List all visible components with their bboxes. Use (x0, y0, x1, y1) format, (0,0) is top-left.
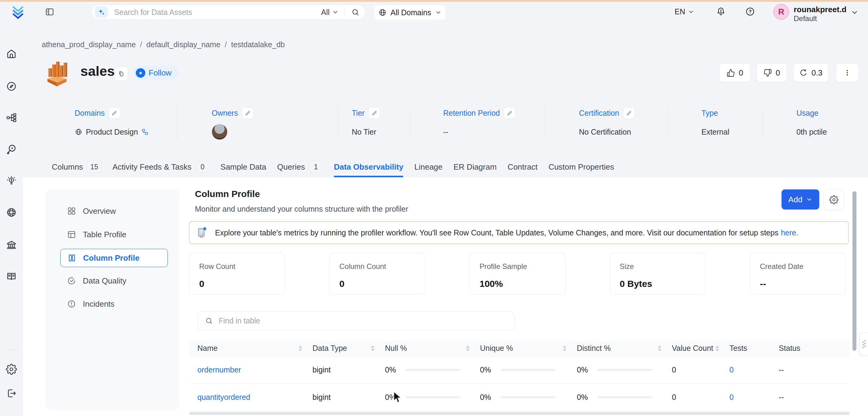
side-panel-toggle-button[interactable] (860, 332, 868, 356)
notifications-bell-icon[interactable] (716, 6, 726, 17)
help-icon[interactable]: ? (745, 6, 755, 17)
nav-platform-icon[interactable] (6, 112, 17, 123)
progress-track (597, 396, 652, 398)
version-button[interactable]: 0.3 (794, 63, 828, 82)
edit-retention-button[interactable] (504, 107, 515, 119)
logout-icon[interactable] (6, 388, 17, 399)
owner-avatar[interactable] (212, 124, 227, 140)
col-header-value-count: Value Count (672, 341, 730, 356)
breadcrumb-database[interactable]: testdatalake_db (231, 40, 285, 49)
nav-knowledge-icon[interactable] (6, 271, 17, 282)
user-team: Default (794, 14, 817, 23)
sort-toggle-icon[interactable] (466, 346, 470, 351)
breadcrumb-database-service[interactable]: default_display_name (147, 40, 220, 49)
column-name-link[interactable]: ordernumber (197, 365, 241, 374)
downvote-button[interactable]: 0 (756, 63, 787, 82)
progress-track (501, 396, 556, 398)
sort-toggle-icon[interactable] (299, 346, 302, 351)
data-quality-icon (67, 276, 76, 285)
athena-service-icon (42, 58, 72, 88)
app-logo[interactable] (11, 5, 25, 20)
search-scope-dropdown[interactable]: All (321, 8, 339, 17)
copy-name-button[interactable] (115, 67, 128, 81)
search-scope-label: All (321, 8, 330, 17)
nav-settings-icon[interactable] (6, 363, 17, 375)
language-dropdown[interactable]: EN (675, 7, 694, 16)
downvote-count: 0 (776, 68, 780, 78)
user-menu-chevron-icon[interactable] (850, 8, 859, 17)
nav-insights-icon[interactable] (6, 175, 17, 186)
nav-label: Column Profile (83, 253, 140, 263)
sort-toggle-icon[interactable] (658, 346, 661, 351)
edit-tier-button[interactable] (369, 107, 380, 119)
kebab-menu-icon (843, 69, 851, 77)
thumbs-up-icon (727, 69, 735, 77)
upvote-button[interactable]: 0 (719, 63, 750, 82)
progress-track (406, 396, 461, 398)
thumbs-down-icon (764, 69, 772, 77)
sort-toggle-icon[interactable] (563, 346, 566, 351)
vertical-scrollbar-thumb[interactable] (852, 191, 857, 351)
search-icon[interactable] (351, 8, 360, 17)
domains-filter-dropdown[interactable]: All Domains (374, 5, 446, 20)
domains-label: Domains (74, 109, 105, 118)
copy-icon (118, 70, 125, 77)
search-input[interactable] (114, 8, 321, 17)
tab-queries[interactable]: Queries1 (277, 157, 323, 177)
avatar-initial: R (778, 7, 784, 17)
nav-govern-icon[interactable] (6, 239, 17, 251)
edit-owners-button[interactable] (242, 107, 253, 119)
nav-observability-icon[interactable] (6, 144, 17, 155)
profiler-nav-overview[interactable]: Overview (60, 202, 168, 220)
tab-lineage[interactable]: Lineage (414, 157, 442, 177)
avatar[interactable]: R (773, 4, 789, 20)
nav-home-icon[interactable] (6, 48, 17, 59)
stat-label: Row Count (199, 262, 275, 271)
progress-track (501, 369, 556, 371)
profiler-info-banner: Explore your table's metrics by running … (189, 221, 848, 244)
tests-count-link[interactable]: 0 (730, 365, 734, 374)
meta-domains: Domains Product Design (74, 106, 149, 139)
sort-toggle-icon[interactable] (371, 346, 375, 351)
cell-data-type: bigint (312, 384, 385, 411)
add-button[interactable]: Add (781, 189, 819, 210)
find-in-table-input[interactable] (218, 316, 507, 325)
column-name-link[interactable]: quantityordered (197, 393, 250, 402)
profiler-nav-table-profile[interactable]: Table Profile (60, 225, 168, 244)
col-header-null-pct: Null % (385, 341, 480, 356)
edit-certification-button[interactable] (623, 107, 635, 119)
tests-count-link[interactable]: 0 (730, 393, 734, 402)
tier-value: No Tier (352, 128, 376, 136)
cell-null-pct: 0% (385, 356, 480, 384)
usage-value: 0th pctile (797, 128, 827, 136)
certification-label: Certification (579, 109, 619, 118)
tab-data-observability[interactable]: Data Observability (334, 157, 403, 177)
tab-activity-feeds[interactable]: Activity Feeds & Tasks0 (113, 157, 210, 177)
owners-label: Owners (212, 109, 238, 118)
profiler-nav-data-quality[interactable]: Data Quality (60, 271, 168, 290)
sidebar-toggle-icon[interactable] (45, 7, 54, 17)
sort-toggle-icon[interactable] (715, 346, 719, 351)
tab-er-diagram[interactable]: ER Diagram (454, 157, 497, 177)
col-header-distinct-pct: Distinct % (577, 341, 672, 356)
breadcrumb-service[interactable]: athena_prod_display_name (42, 40, 136, 49)
stat-value: 100% (480, 279, 556, 289)
nav-explore-icon[interactable] (6, 81, 17, 92)
edit-domains-button[interactable] (109, 107, 120, 119)
chevron-down-icon (688, 8, 694, 15)
domain-value[interactable]: Product Design (86, 128, 138, 136)
nav-domains-icon[interactable] (6, 207, 17, 218)
cell-value-count: 0 (672, 384, 730, 411)
profiler-nav-incidents[interactable]: Incidents (60, 295, 168, 313)
banner-here-link[interactable]: here. (781, 228, 798, 237)
tab-custom-properties[interactable]: Custom Properties (549, 157, 614, 177)
tab-sample-data[interactable]: Sample Data (220, 157, 266, 177)
profiler-nav-column-profile[interactable]: Column Profile (60, 249, 168, 267)
horizontal-scrollbar[interactable] (189, 412, 850, 415)
profiler-settings-button[interactable] (824, 189, 844, 210)
tab-contract[interactable]: Contract (508, 157, 537, 177)
more-actions-button[interactable] (836, 63, 859, 82)
follow-button[interactable]: ★ Follow (133, 65, 178, 80)
tab-columns[interactable]: Columns15 (52, 157, 101, 177)
meta-tier: Tier No Tier (352, 106, 380, 139)
